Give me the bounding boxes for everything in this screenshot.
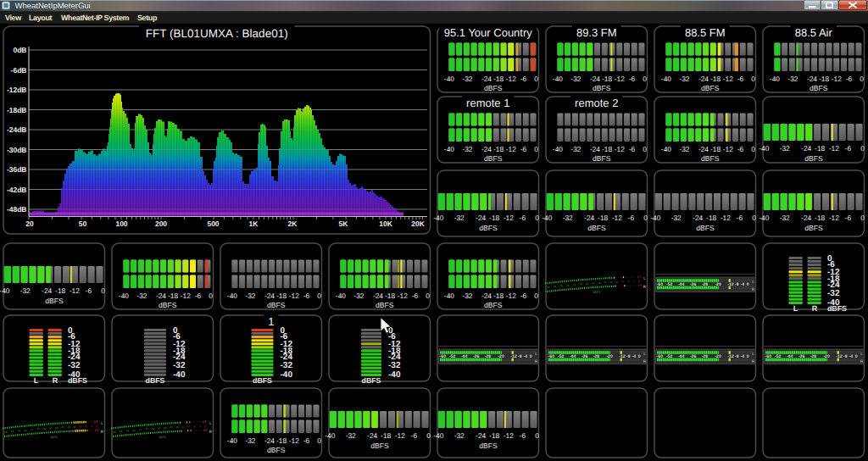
svg-text:-12: -12 (506, 292, 516, 300)
svg-text:-44: -44 (678, 354, 684, 359)
svg-text:R: R (643, 359, 647, 364)
svg-text:88.5 Air: 88.5 Air (795, 26, 833, 39)
svg-text:-32: -32 (136, 292, 147, 300)
svg-text:-12: -12 (619, 354, 625, 359)
svg-text:-4: -4 (741, 354, 745, 359)
svg-text:-18: -18 (493, 292, 504, 300)
svg-text:-6: -6 (411, 431, 418, 440)
svg-text:-24: -24 (698, 145, 709, 153)
svg-text:-6: -6 (737, 75, 744, 83)
svg-text:-44: -44 (30, 428, 33, 431)
svg-text:dBFS: dBFS (484, 84, 503, 92)
svg-text:-12: -12 (832, 75, 842, 83)
svg-text:0: 0 (643, 214, 648, 222)
svg-text:dBFS: dBFS (696, 224, 715, 232)
svg-text:20K: 20K (411, 219, 425, 228)
svg-text:-24: -24 (156, 292, 166, 300)
svg-text:-12: -12 (70, 286, 80, 295)
svg-text:0: 0 (317, 292, 321, 300)
svg-text:-6: -6 (303, 436, 310, 445)
svg-text:-60: -60 (548, 354, 554, 359)
svg-text:-28: -28 (54, 426, 58, 430)
svg-text:-20: -20 (823, 354, 829, 359)
svg-text:-40: -40 (36, 427, 40, 430)
svg-text:-32: -32 (780, 214, 790, 222)
svg-text:0: 0 (638, 354, 641, 359)
svg-text:-32: -32 (157, 426, 160, 430)
svg-text:dBFS: dBFS (267, 301, 286, 309)
svg-text:-24: -24 (169, 425, 172, 429)
svg-text:L: L (34, 376, 39, 385)
svg-text:-40: -40 (388, 370, 401, 380)
svg-text:-24: -24 (373, 292, 383, 300)
svg-text:-20: -20 (606, 354, 612, 359)
svg-text:0: 0 (747, 354, 749, 359)
svg-text:-8: -8 (735, 354, 739, 359)
svg-text:-28: -28 (702, 282, 708, 287)
svg-text:-16: -16 (72, 425, 75, 429)
svg-text:0: 0 (209, 292, 213, 300)
svg-text:-16: -16 (181, 425, 184, 429)
svg-text:0: 0 (747, 282, 749, 287)
svg-text:dBFS: dBFS (370, 442, 389, 450)
svg-text:-32: -32 (563, 214, 573, 222)
svg-text:dBFS: dBFS (593, 84, 611, 92)
svg-text:-52: -52 (17, 429, 20, 432)
svg-text:-40: -40 (227, 292, 237, 300)
svg-text:-24: -24 (801, 144, 811, 153)
svg-text:-24: -24 (68, 353, 81, 362)
svg-text:0: 0 (426, 292, 430, 300)
svg-text:-60: -60 (546, 286, 549, 289)
svg-text:-56: -56 (553, 285, 556, 288)
svg-text:-28: -28 (163, 426, 166, 430)
svg-text:0: 0 (751, 75, 755, 83)
svg-text:-6: -6 (737, 145, 744, 153)
svg-text:-6: -6 (303, 292, 310, 300)
svg-text:-40: -40 (444, 75, 454, 83)
svg-text:-20: -20 (609, 280, 612, 284)
svg-text:-52: -52 (559, 284, 563, 287)
svg-text:-44: -44 (787, 354, 793, 359)
svg-text:-48: -48 (24, 429, 27, 432)
svg-text:R: R (752, 287, 755, 292)
svg-text:0: 0 (535, 214, 539, 222)
svg-text:-40: -40 (433, 214, 443, 222)
svg-text:-6: -6 (845, 214, 852, 222)
svg-text:-40: -40 (444, 145, 454, 153)
svg-text:-4: -4 (198, 425, 201, 428)
svg-text:-12: -12 (723, 75, 733, 83)
svg-text:-28: -28 (702, 354, 708, 359)
svg-text:WheatNetIpMeterGui: WheatNetIpMeterGui (15, 2, 91, 11)
svg-text:-18: -18 (276, 292, 287, 300)
svg-text:-24: -24 (173, 353, 186, 362)
svg-text:-44: -44 (138, 428, 142, 431)
svg-text:-30dB: -30dB (7, 146, 27, 154)
svg-text:100: 100 (115, 219, 127, 228)
svg-text:dBFS: dBFS (267, 446, 286, 454)
svg-text:-12: -12 (615, 75, 625, 83)
svg-text:-52: -52 (125, 429, 129, 432)
svg-text:-32: -32 (20, 286, 31, 295)
svg-text:1K: 1K (249, 219, 259, 228)
svg-text:-36: -36 (151, 427, 154, 430)
svg-text:0dB: 0dB (13, 46, 26, 54)
svg-text:WheatNet-IP System: WheatNet-IP System (61, 14, 130, 22)
svg-text:-20: -20 (66, 425, 70, 429)
svg-text:-24: -24 (584, 214, 594, 222)
svg-text:remote 2: remote 2 (575, 97, 618, 109)
svg-text:-6: -6 (86, 286, 92, 295)
svg-text:L: L (535, 352, 537, 357)
svg-text:-32: -32 (462, 75, 472, 83)
svg-text:-12: -12 (612, 214, 622, 222)
svg-text:-32: -32 (591, 281, 594, 285)
svg-text:-40: -40 (542, 214, 552, 222)
svg-text:-18: -18 (602, 75, 612, 83)
svg-text:-12: -12 (289, 292, 299, 300)
svg-text:-24: -24 (481, 145, 492, 153)
svg-text:-20: -20 (175, 425, 178, 429)
svg-text:89.3 FM: 89.3 FM (576, 26, 617, 39)
svg-text:-12: -12 (829, 214, 839, 222)
svg-text:View: View (5, 14, 22, 22)
svg-text:-4: -4 (632, 280, 635, 283)
svg-text:-32: -32 (679, 145, 689, 153)
